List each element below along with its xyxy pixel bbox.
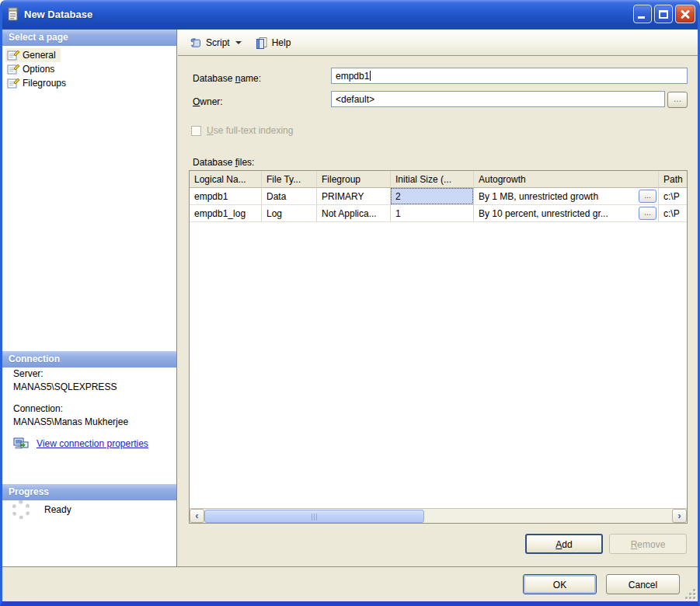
bottom-bar: OK Cancel <box>2 566 698 601</box>
cell-path[interactable]: c:\P <box>659 205 687 222</box>
database-name-label: Database name: <box>193 73 261 84</box>
sidebar-item-label: Filegroups <box>23 78 66 89</box>
window-title: New Database <box>24 9 631 20</box>
close-button[interactable] <box>675 5 695 23</box>
sidebar-item-general[interactable]: General <box>5 48 61 62</box>
connection-label: Connection: <box>13 402 172 416</box>
ok-button[interactable]: OK <box>523 574 597 594</box>
cell-filegroup[interactable]: Not Applica... <box>317 205 391 222</box>
minimize-icon <box>638 16 645 19</box>
cell-autogrowth[interactable]: By 1 MB, unrestricted growth ... <box>474 188 659 205</box>
fulltext-checkbox[interactable] <box>191 126 201 136</box>
grid-header-row: Logical Na... File Ty... Filegroup Initi… <box>190 171 687 188</box>
sidebar-item-filegroups[interactable]: Filegroups <box>5 76 71 90</box>
column-header-file-type[interactable]: File Ty... <box>262 171 317 188</box>
server-label: Server: <box>13 367 172 381</box>
minimize-button[interactable] <box>633 5 652 23</box>
script-label: Script <box>206 37 230 48</box>
database-name-input[interactable]: empdb1 <box>331 68 688 84</box>
column-header-path[interactable]: Path <box>659 171 687 188</box>
cell-file-type[interactable]: Log <box>262 205 317 222</box>
cell-logical-name[interactable]: empdb1 <box>190 188 262 205</box>
cell-autogrowth[interactable]: By 10 percent, unrestricted gr... ... <box>474 205 659 222</box>
help-button[interactable]: Help <box>252 34 295 51</box>
column-header-initial-size[interactable]: Initial Size (... <box>391 171 474 188</box>
connection-header: Connection <box>2 351 176 367</box>
window-icon <box>6 7 19 22</box>
scroll-left-button[interactable]: ‹ <box>190 509 204 523</box>
remove-button[interactable]: Remove <box>609 534 687 554</box>
cell-logical-name[interactable]: empdb1_log <box>190 205 262 222</box>
autogrowth-browse-button[interactable]: ... <box>639 190 656 203</box>
fulltext-label: Use full-text indexing <box>207 125 293 136</box>
database-files-grid: Logical Na... File Ty... Filegroup Initi… <box>189 170 688 524</box>
view-connection-properties-link[interactable]: View connection properties <box>37 437 148 451</box>
scroll-right-button[interactable]: › <box>672 509 687 523</box>
sidebar: Select a page General Options <box>2 30 177 566</box>
connection-properties-icon <box>13 437 29 451</box>
database-files-label: Database files: <box>193 157 254 168</box>
progress-status: Ready <box>44 504 71 515</box>
connection-info: Server: MANAS5\SQLEXPRESS Connection: MA… <box>13 367 172 451</box>
select-a-page-header: Select a page <box>2 30 176 46</box>
script-button[interactable]: Script <box>186 34 246 51</box>
fulltext-row: Use full-text indexing <box>191 125 293 136</box>
page-tree: General Options Filegroups <box>5 48 71 90</box>
cell-file-type[interactable]: Data <box>262 188 317 205</box>
owner-input[interactable]: <default> <box>331 91 665 107</box>
server-value: MANAS5\SQLEXPRESS <box>13 381 172 394</box>
add-button[interactable]: Add <box>525 534 603 554</box>
horizontal-scrollbar: ‹ › <box>190 508 687 523</box>
column-header-autogrowth[interactable]: Autogrowth <box>474 171 659 188</box>
owner-browse-button[interactable]: ... <box>667 92 688 108</box>
new-database-dialog: New Database Select a page General <box>0 0 700 606</box>
help-icon <box>256 37 268 49</box>
column-header-logical-name[interactable]: Logical Na... <box>190 171 262 188</box>
sidebar-item-options[interactable]: Options <box>5 62 59 76</box>
page-icon <box>7 64 19 75</box>
resize-grip[interactable] <box>685 589 695 599</box>
table-row: empdb1_log Log Not Applica... 1 By 10 pe… <box>190 205 687 222</box>
cancel-button[interactable]: Cancel <box>606 574 680 594</box>
scrollbar-thumb[interactable] <box>204 510 424 523</box>
cell-initial-size[interactable]: 1 <box>391 205 474 222</box>
text-cursor <box>370 71 371 81</box>
sidebar-item-label: General <box>23 50 56 61</box>
maximize-icon <box>659 10 668 19</box>
titlebar: New Database <box>0 0 700 30</box>
page-icon <box>7 78 19 89</box>
maximize-button[interactable] <box>654 5 673 23</box>
column-header-filegroup[interactable]: Filegroup <box>317 171 391 188</box>
autogrowth-browse-button[interactable]: ... <box>639 207 656 220</box>
sidebar-item-label: Options <box>23 64 54 75</box>
connection-value: MANAS5\Manas Mukherjee <box>13 416 172 429</box>
chevron-down-icon <box>235 41 242 44</box>
cell-path[interactable]: c:\P <box>659 188 687 205</box>
cell-filegroup[interactable]: PRIMARY <box>317 188 391 205</box>
main-panel: Script Help Database name: empdb1 Owner:… <box>178 30 698 566</box>
cell-initial-size-selected[interactable]: 2 <box>391 188 474 205</box>
script-icon <box>190 37 202 49</box>
owner-label: Owner: <box>193 96 223 107</box>
page-icon <box>7 50 19 61</box>
table-row: empdb1 Data PRIMARY 2 By 1 MB, unrestric… <box>190 188 687 205</box>
progress-spinner-icon <box>12 500 30 519</box>
progress-info: Ready <box>12 500 71 519</box>
help-label: Help <box>272 37 291 48</box>
toolbar: Script Help <box>178 30 698 56</box>
progress-header: Progress <box>2 484 176 500</box>
